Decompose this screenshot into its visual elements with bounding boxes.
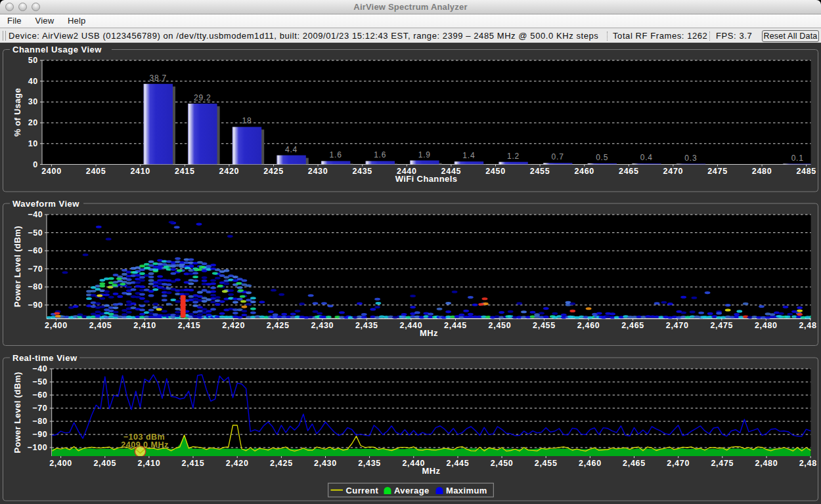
- svg-text:−70: −70: [32, 404, 47, 413]
- svg-text:2409.0 MHz: 2409.0 MHz: [121, 440, 168, 450]
- svg-text:40: 40: [28, 77, 38, 86]
- svg-text:−80: −80: [28, 282, 43, 291]
- svg-text:2,445: 2,445: [447, 459, 470, 468]
- svg-text:2,415: 2,415: [178, 321, 201, 330]
- svg-text:1.4: 1.4: [462, 151, 475, 160]
- svg-text:2,485: 2,485: [799, 321, 821, 330]
- svg-text:2,445: 2,445: [444, 321, 467, 330]
- svg-text:2400: 2400: [41, 167, 62, 176]
- svg-text:2,425: 2,425: [270, 459, 293, 468]
- svg-text:% of Usage: % of Usage: [12, 88, 22, 136]
- svg-text:2,410: 2,410: [138, 459, 161, 468]
- svg-text:MHz: MHz: [422, 466, 441, 476]
- svg-text:2405: 2405: [86, 167, 106, 176]
- svg-text:2,400: 2,400: [45, 321, 68, 330]
- svg-text:2475: 2475: [707, 167, 728, 176]
- svg-text:2,430: 2,430: [314, 459, 337, 468]
- svg-text:Average: Average: [394, 486, 430, 495]
- svg-text:4.4: 4.4: [285, 145, 298, 154]
- svg-text:2,420: 2,420: [226, 459, 249, 468]
- svg-text:2430: 2430: [308, 167, 328, 176]
- svg-text:1.6: 1.6: [374, 150, 386, 159]
- svg-text:2485: 2485: [796, 167, 816, 176]
- svg-text:−100: −100: [28, 443, 48, 452]
- svg-text:2,480: 2,480: [755, 321, 778, 330]
- svg-text:2455: 2455: [530, 167, 550, 176]
- svg-text:2420: 2420: [219, 167, 240, 176]
- svg-text:0.4: 0.4: [640, 153, 653, 162]
- svg-text:2,455: 2,455: [533, 321, 556, 330]
- svg-text:0.7: 0.7: [552, 152, 564, 161]
- svg-text:2435: 2435: [352, 167, 372, 176]
- svg-text:0.3: 0.3: [684, 154, 697, 163]
- svg-text:2425: 2425: [263, 167, 284, 176]
- svg-text:1.9: 1.9: [418, 150, 431, 159]
- svg-text:MHz: MHz: [420, 328, 438, 338]
- svg-text:Waveform View: Waveform View: [12, 199, 79, 209]
- svg-text:2,450: 2,450: [489, 321, 512, 330]
- svg-text:Real-time View: Real-time View: [12, 353, 78, 363]
- svg-text:2,475: 2,475: [711, 459, 734, 468]
- svg-text:1.2: 1.2: [507, 152, 520, 161]
- svg-text:30: 30: [28, 97, 38, 106]
- svg-text:−40: −40: [28, 210, 43, 219]
- svg-text:2,480: 2,480: [755, 459, 778, 468]
- svg-text:20: 20: [28, 118, 38, 127]
- svg-text:2,430: 2,430: [311, 321, 334, 330]
- svg-text:2,410: 2,410: [133, 321, 156, 330]
- svg-text:−60: −60: [32, 390, 47, 400]
- svg-text:2410: 2410: [130, 167, 150, 176]
- svg-text:2415: 2415: [175, 167, 195, 176]
- svg-text:2,415: 2,415: [182, 459, 205, 468]
- svg-text:2465: 2465: [619, 167, 639, 176]
- svg-text:2,455: 2,455: [535, 459, 558, 468]
- svg-text:−90: −90: [28, 301, 43, 310]
- svg-text:10: 10: [28, 139, 38, 148]
- svg-text:2460: 2460: [574, 167, 594, 176]
- svg-text:2,470: 2,470: [666, 321, 689, 330]
- svg-text:2,470: 2,470: [667, 459, 690, 468]
- svg-text:Power Level (dBm): Power Level (dBm): [12, 372, 22, 453]
- svg-text:2,450: 2,450: [491, 459, 514, 468]
- svg-text:2,400: 2,400: [49, 459, 72, 468]
- svg-text:WiFi Channels: WiFi Channels: [395, 174, 458, 184]
- svg-text:1.6: 1.6: [330, 150, 342, 159]
- svg-text:Current: Current: [346, 486, 379, 495]
- svg-text:2,405: 2,405: [93, 459, 116, 468]
- svg-text:2,435: 2,435: [355, 321, 378, 330]
- svg-text:2,425: 2,425: [267, 321, 290, 330]
- svg-text:2,460: 2,460: [577, 321, 600, 330]
- svg-text:2,475: 2,475: [710, 321, 733, 330]
- svg-text:2470: 2470: [663, 167, 684, 176]
- svg-text:−60: −60: [28, 246, 43, 255]
- svg-text:2,465: 2,465: [621, 321, 644, 330]
- svg-text:2450: 2450: [485, 167, 506, 176]
- svg-text:−70: −70: [28, 264, 43, 274]
- svg-text:2,405: 2,405: [89, 321, 112, 330]
- svg-text:38.7: 38.7: [149, 74, 167, 83]
- svg-text:Maximum: Maximum: [446, 486, 487, 495]
- svg-text:2,465: 2,465: [623, 459, 646, 468]
- svg-text:2,435: 2,435: [358, 459, 381, 468]
- svg-text:Power Level (dBm): Power Level (dBm): [12, 226, 22, 307]
- svg-text:−50: −50: [28, 228, 43, 238]
- svg-text:29.2: 29.2: [194, 93, 211, 102]
- svg-text:Channel Usage View: Channel Usage View: [12, 45, 102, 54]
- svg-text:2,420: 2,420: [222, 321, 245, 330]
- svg-text:−90: −90: [32, 430, 47, 439]
- svg-text:−80: −80: [32, 417, 47, 426]
- svg-text:2480: 2480: [752, 167, 772, 176]
- svg-text:50: 50: [28, 56, 38, 65]
- svg-text:2,460: 2,460: [579, 459, 602, 468]
- svg-text:0.5: 0.5: [596, 153, 608, 162]
- svg-text:0.1: 0.1: [791, 154, 804, 163]
- svg-text:−50: −50: [32, 377, 47, 387]
- svg-text:0: 0: [33, 160, 38, 169]
- svg-text:−40: −40: [32, 364, 47, 373]
- svg-text:18: 18: [242, 116, 252, 125]
